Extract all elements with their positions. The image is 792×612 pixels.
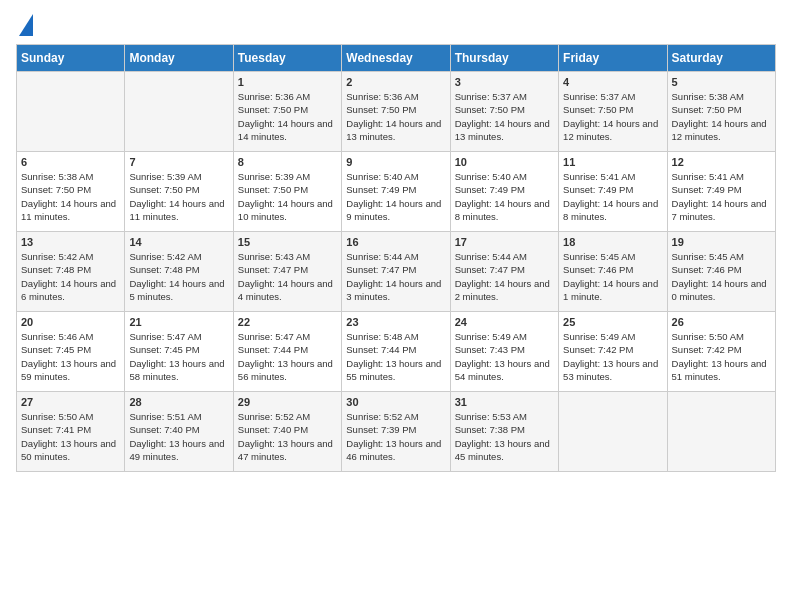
day-info: Sunrise: 5:38 AMSunset: 7:50 PMDaylight:… xyxy=(672,90,771,143)
day-number: 20 xyxy=(21,316,120,328)
calendar-cell: 21Sunrise: 5:47 AMSunset: 7:45 PMDayligh… xyxy=(125,312,233,392)
day-number: 22 xyxy=(238,316,337,328)
calendar-cell: 11Sunrise: 5:41 AMSunset: 7:49 PMDayligh… xyxy=(559,152,667,232)
day-info: Sunrise: 5:52 AMSunset: 7:40 PMDaylight:… xyxy=(238,410,337,463)
header-day-monday: Monday xyxy=(125,45,233,72)
day-info: Sunrise: 5:36 AMSunset: 7:50 PMDaylight:… xyxy=(346,90,445,143)
calendar-week-1: 1Sunrise: 5:36 AMSunset: 7:50 PMDaylight… xyxy=(17,72,776,152)
day-number: 26 xyxy=(672,316,771,328)
day-info: Sunrise: 5:40 AMSunset: 7:49 PMDaylight:… xyxy=(346,170,445,223)
calendar-cell: 2Sunrise: 5:36 AMSunset: 7:50 PMDaylight… xyxy=(342,72,450,152)
day-info: Sunrise: 5:42 AMSunset: 7:48 PMDaylight:… xyxy=(21,250,120,303)
day-number: 2 xyxy=(346,76,445,88)
day-info: Sunrise: 5:52 AMSunset: 7:39 PMDaylight:… xyxy=(346,410,445,463)
calendar-cell: 31Sunrise: 5:53 AMSunset: 7:38 PMDayligh… xyxy=(450,392,558,472)
day-info: Sunrise: 5:41 AMSunset: 7:49 PMDaylight:… xyxy=(563,170,662,223)
day-number: 21 xyxy=(129,316,228,328)
calendar-cell: 3Sunrise: 5:37 AMSunset: 7:50 PMDaylight… xyxy=(450,72,558,152)
header-day-tuesday: Tuesday xyxy=(233,45,341,72)
day-number: 25 xyxy=(563,316,662,328)
logo-triangle-icon xyxy=(19,14,33,36)
calendar-header: SundayMondayTuesdayWednesdayThursdayFrid… xyxy=(17,45,776,72)
day-number: 3 xyxy=(455,76,554,88)
day-info: Sunrise: 5:45 AMSunset: 7:46 PMDaylight:… xyxy=(563,250,662,303)
calendar-cell: 10Sunrise: 5:40 AMSunset: 7:49 PMDayligh… xyxy=(450,152,558,232)
day-info: Sunrise: 5:48 AMSunset: 7:44 PMDaylight:… xyxy=(346,330,445,383)
day-number: 8 xyxy=(238,156,337,168)
calendar-cell: 30Sunrise: 5:52 AMSunset: 7:39 PMDayligh… xyxy=(342,392,450,472)
day-info: Sunrise: 5:51 AMSunset: 7:40 PMDaylight:… xyxy=(129,410,228,463)
calendar-week-2: 6Sunrise: 5:38 AMSunset: 7:50 PMDaylight… xyxy=(17,152,776,232)
day-number: 30 xyxy=(346,396,445,408)
calendar-cell xyxy=(559,392,667,472)
calendar-body: 1Sunrise: 5:36 AMSunset: 7:50 PMDaylight… xyxy=(17,72,776,472)
calendar-cell: 22Sunrise: 5:47 AMSunset: 7:44 PMDayligh… xyxy=(233,312,341,392)
day-number: 7 xyxy=(129,156,228,168)
day-number: 9 xyxy=(346,156,445,168)
day-info: Sunrise: 5:42 AMSunset: 7:48 PMDaylight:… xyxy=(129,250,228,303)
day-info: Sunrise: 5:49 AMSunset: 7:43 PMDaylight:… xyxy=(455,330,554,383)
day-number: 4 xyxy=(563,76,662,88)
day-info: Sunrise: 5:49 AMSunset: 7:42 PMDaylight:… xyxy=(563,330,662,383)
day-info: Sunrise: 5:44 AMSunset: 7:47 PMDaylight:… xyxy=(455,250,554,303)
calendar-cell: 28Sunrise: 5:51 AMSunset: 7:40 PMDayligh… xyxy=(125,392,233,472)
day-info: Sunrise: 5:37 AMSunset: 7:50 PMDaylight:… xyxy=(563,90,662,143)
calendar-table: SundayMondayTuesdayWednesdayThursdayFrid… xyxy=(16,44,776,472)
day-number: 17 xyxy=(455,236,554,248)
calendar-cell xyxy=(125,72,233,152)
calendar-cell: 5Sunrise: 5:38 AMSunset: 7:50 PMDaylight… xyxy=(667,72,775,152)
day-number: 23 xyxy=(346,316,445,328)
header-day-friday: Friday xyxy=(559,45,667,72)
header-day-saturday: Saturday xyxy=(667,45,775,72)
calendar-cell: 4Sunrise: 5:37 AMSunset: 7:50 PMDaylight… xyxy=(559,72,667,152)
header-day-wednesday: Wednesday xyxy=(342,45,450,72)
day-number: 12 xyxy=(672,156,771,168)
day-info: Sunrise: 5:47 AMSunset: 7:44 PMDaylight:… xyxy=(238,330,337,383)
calendar-cell: 27Sunrise: 5:50 AMSunset: 7:41 PMDayligh… xyxy=(17,392,125,472)
header-day-sunday: Sunday xyxy=(17,45,125,72)
calendar-cell: 17Sunrise: 5:44 AMSunset: 7:47 PMDayligh… xyxy=(450,232,558,312)
calendar-cell: 20Sunrise: 5:46 AMSunset: 7:45 PMDayligh… xyxy=(17,312,125,392)
day-info: Sunrise: 5:39 AMSunset: 7:50 PMDaylight:… xyxy=(129,170,228,223)
day-number: 31 xyxy=(455,396,554,408)
day-info: Sunrise: 5:45 AMSunset: 7:46 PMDaylight:… xyxy=(672,250,771,303)
calendar-cell: 7Sunrise: 5:39 AMSunset: 7:50 PMDaylight… xyxy=(125,152,233,232)
calendar-cell: 9Sunrise: 5:40 AMSunset: 7:49 PMDaylight… xyxy=(342,152,450,232)
calendar-cell: 6Sunrise: 5:38 AMSunset: 7:50 PMDaylight… xyxy=(17,152,125,232)
day-info: Sunrise: 5:36 AMSunset: 7:50 PMDaylight:… xyxy=(238,90,337,143)
day-info: Sunrise: 5:50 AMSunset: 7:41 PMDaylight:… xyxy=(21,410,120,463)
day-info: Sunrise: 5:37 AMSunset: 7:50 PMDaylight:… xyxy=(455,90,554,143)
calendar-cell: 26Sunrise: 5:50 AMSunset: 7:42 PMDayligh… xyxy=(667,312,775,392)
calendar-cell: 8Sunrise: 5:39 AMSunset: 7:50 PMDaylight… xyxy=(233,152,341,232)
day-number: 11 xyxy=(563,156,662,168)
day-number: 16 xyxy=(346,236,445,248)
day-info: Sunrise: 5:53 AMSunset: 7:38 PMDaylight:… xyxy=(455,410,554,463)
calendar-cell: 18Sunrise: 5:45 AMSunset: 7:46 PMDayligh… xyxy=(559,232,667,312)
day-info: Sunrise: 5:50 AMSunset: 7:42 PMDaylight:… xyxy=(672,330,771,383)
day-info: Sunrise: 5:47 AMSunset: 7:45 PMDaylight:… xyxy=(129,330,228,383)
day-number: 19 xyxy=(672,236,771,248)
day-info: Sunrise: 5:44 AMSunset: 7:47 PMDaylight:… xyxy=(346,250,445,303)
day-number: 15 xyxy=(238,236,337,248)
page-header xyxy=(16,16,776,36)
calendar-cell: 23Sunrise: 5:48 AMSunset: 7:44 PMDayligh… xyxy=(342,312,450,392)
calendar-week-3: 13Sunrise: 5:42 AMSunset: 7:48 PMDayligh… xyxy=(17,232,776,312)
day-number: 10 xyxy=(455,156,554,168)
day-number: 18 xyxy=(563,236,662,248)
calendar-week-5: 27Sunrise: 5:50 AMSunset: 7:41 PMDayligh… xyxy=(17,392,776,472)
day-number: 1 xyxy=(238,76,337,88)
day-info: Sunrise: 5:39 AMSunset: 7:50 PMDaylight:… xyxy=(238,170,337,223)
calendar-cell xyxy=(17,72,125,152)
day-number: 28 xyxy=(129,396,228,408)
calendar-cell: 19Sunrise: 5:45 AMSunset: 7:46 PMDayligh… xyxy=(667,232,775,312)
day-info: Sunrise: 5:41 AMSunset: 7:49 PMDaylight:… xyxy=(672,170,771,223)
day-number: 24 xyxy=(455,316,554,328)
calendar-cell: 16Sunrise: 5:44 AMSunset: 7:47 PMDayligh… xyxy=(342,232,450,312)
day-number: 29 xyxy=(238,396,337,408)
day-number: 14 xyxy=(129,236,228,248)
calendar-cell: 14Sunrise: 5:42 AMSunset: 7:48 PMDayligh… xyxy=(125,232,233,312)
calendar-cell: 12Sunrise: 5:41 AMSunset: 7:49 PMDayligh… xyxy=(667,152,775,232)
calendar-cell: 25Sunrise: 5:49 AMSunset: 7:42 PMDayligh… xyxy=(559,312,667,392)
calendar-cell: 24Sunrise: 5:49 AMSunset: 7:43 PMDayligh… xyxy=(450,312,558,392)
day-number: 6 xyxy=(21,156,120,168)
